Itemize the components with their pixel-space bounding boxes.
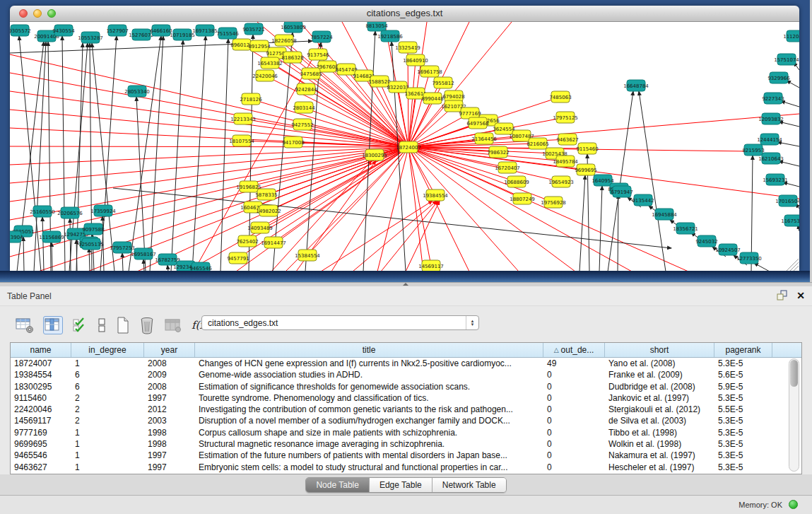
- graph-node[interactable]: 9417008: [282, 136, 304, 148]
- graph-node[interactable]: 18807249: [510, 193, 535, 204]
- graph-node[interactable]: 11156869: [39, 231, 64, 243]
- table-row[interactable]: 1872400712008Changes of HCN gene express…: [11, 358, 801, 369]
- graph-node[interactable]: 5878335: [255, 189, 277, 200]
- graph-node[interactable]: 16971385: [192, 25, 218, 36]
- graph-node[interactable]: 18107554: [229, 135, 254, 146]
- table-row[interactable]: 1830029562008Estimation of significance …: [11, 381, 801, 392]
- graph-node[interactable]: 1527907: [106, 25, 128, 36]
- graph-node[interactable]: 12505135: [78, 238, 104, 250]
- column-header-title[interactable]: title: [195, 343, 543, 357]
- graph-node[interactable]: 16945884: [652, 209, 677, 220]
- table-row[interactable]: 911546021997Tourette syndrome. Phenomeno…: [11, 392, 801, 404]
- graph-node[interactable]: 7857224: [310, 31, 333, 42]
- window-titlebar[interactable]: citations_edges.txt: [10, 6, 799, 22]
- graph-node[interactable]: 18724007: [396, 141, 421, 153]
- graph-node[interactable]: 2718126: [240, 93, 262, 105]
- graph-node[interactable]: 14569117: [418, 260, 444, 271]
- graph-node[interactable]: 9137546: [307, 49, 329, 60]
- graph-node[interactable]: 9463627: [556, 134, 578, 145]
- table-row[interactable]: 1456911722003Disruption of a novel membe…: [11, 415, 801, 426]
- graph-node[interactable]: 6791947: [611, 186, 632, 197]
- graph-node[interactable]: 28053340: [124, 86, 150, 97]
- graph-node[interactable]: 9329966: [767, 72, 790, 83]
- graph-node[interactable]: 6497568: [466, 117, 488, 129]
- graph-node[interactable]: 16543382: [257, 57, 283, 69]
- graph-node[interactable]: 18640910: [403, 54, 428, 66]
- graph-node[interactable]: 25160550: [30, 206, 55, 217]
- graph-node[interactable]: 8215953: [742, 144, 764, 156]
- graph-node[interactable]: 15384554: [295, 250, 320, 261]
- memory-status-indicator[interactable]: [789, 500, 798, 509]
- graph-node[interactable]: 20206576: [57, 207, 83, 218]
- graph-node[interactable]: 19384554: [423, 189, 448, 201]
- graph-node[interactable]: 21364456: [471, 133, 497, 144]
- graph-node[interactable]: 2803144: [293, 102, 315, 113]
- column-settings-button[interactable]: [16, 317, 34, 334]
- graph-node[interactable]: 12093832: [758, 113, 784, 124]
- graph-node[interactable]: 16648784: [623, 80, 649, 91]
- graph-node[interactable]: 16720407: [495, 162, 520, 173]
- table-scrollbar[interactable]: [789, 358, 799, 472]
- table-row[interactable]: 2242004622012Investigating the contribut…: [11, 404, 801, 415]
- graph-node[interactable]: 9242844: [295, 83, 317, 95]
- graph-node[interactable]: 9097588: [82, 223, 104, 235]
- column-header-pagerank[interactable]: pagerank: [714, 343, 772, 357]
- graph-node[interactable]: 9035721: [242, 23, 264, 35]
- graph-node[interactable]: 17016504: [775, 195, 799, 206]
- graph-node[interactable]: 8990448: [421, 93, 443, 104]
- column-header-out_de[interactable]: △out_de...: [543, 343, 605, 357]
- graph-node[interactable]: 10688609: [504, 176, 529, 187]
- graph-node[interactable]: 16961758: [417, 66, 442, 77]
- graph-node[interactable]: 16914477: [261, 237, 286, 248]
- graph-node[interactable]: 9115460: [576, 143, 598, 154]
- tab-network-table[interactable]: Network Table: [432, 478, 506, 492]
- graph-node[interactable]: 16053809: [281, 22, 306, 33]
- graph-node[interactable]: 22420046: [252, 70, 278, 81]
- graph-node[interactable]: 15751074: [774, 54, 799, 65]
- graph-node[interactable]: 18300295: [362, 149, 387, 160]
- table-row[interactable]: 946362711997Embryonic stem cells: a mode…: [11, 462, 801, 473]
- tab-node-table[interactable]: Node Table: [306, 478, 369, 492]
- close-panel-icon[interactable]: ✕: [796, 290, 805, 301]
- resize-grip-icon[interactable]: [787, 259, 799, 271]
- graph-node[interactable]: 13325419: [395, 42, 420, 53]
- graph-node[interactable]: 19756928: [541, 197, 566, 208]
- new-document-button[interactable]: [116, 316, 130, 334]
- graph-node[interactable]: 9430554: [52, 25, 75, 36]
- graph-node[interactable]: 9305572: [10, 25, 31, 36]
- graph-node[interactable]: 18356721: [673, 223, 698, 234]
- graph-node[interactable]: 12444154: [757, 134, 782, 145]
- graph-node[interactable]: 3475685: [300, 68, 322, 79]
- graph-node[interactable]: 16958167: [131, 248, 156, 259]
- table-row[interactable]: 946554611997Estimation of the future num…: [11, 450, 801, 461]
- graph-node[interactable]: 12773350: [736, 252, 762, 264]
- graph-node[interactable]: 8216065: [526, 138, 548, 149]
- network-graph[interactable]: 8960124891295418226058912750581863281654…: [10, 22, 799, 271]
- graph-node[interactable]: 17359924: [90, 205, 116, 216]
- graph-node[interactable]: 7986322: [487, 146, 509, 158]
- scrollbar-thumb[interactable]: [790, 360, 798, 387]
- graph-node[interactable]: 19654923: [548, 176, 574, 187]
- row-selection-button[interactable]: [72, 317, 88, 334]
- graph-node[interactable]: 10924507: [715, 244, 741, 255]
- graph-node[interactable]: 19218586: [377, 30, 403, 42]
- graph-node[interactable]: 14982022: [256, 205, 281, 216]
- graph-node[interactable]: 18495784: [553, 156, 578, 167]
- graph-node[interactable]: 12213343: [230, 113, 256, 124]
- graph-node[interactable]: 10719185: [170, 29, 195, 40]
- table-selector-dropdown[interactable]: citations_edges.txt ▲▼: [201, 315, 479, 330]
- graph-node[interactable]: 8813054: [365, 22, 388, 31]
- graph-node[interactable]: 6466160: [150, 25, 172, 36]
- graph-node[interactable]: 8186328: [281, 52, 303, 63]
- column-header-year[interactable]: year: [144, 343, 195, 357]
- column-visibility-button[interactable]: [43, 316, 63, 334]
- graph-node[interactable]: 15693231: [763, 174, 788, 185]
- graph-node[interactable]: 14093489: [247, 222, 273, 233]
- column-header-short[interactable]: short: [605, 343, 714, 357]
- tab-edge-table[interactable]: Edge Table: [369, 478, 432, 492]
- graph-node[interactable]: 7485063: [549, 91, 571, 103]
- graph-node[interactable]: 9699695: [575, 164, 596, 175]
- table-row[interactable]: 1938455462009Genome-wide association stu…: [11, 369, 801, 380]
- graph-node[interactable]: 9427552: [291, 119, 313, 130]
- graph-node[interactable]: 11675388: [781, 215, 799, 226]
